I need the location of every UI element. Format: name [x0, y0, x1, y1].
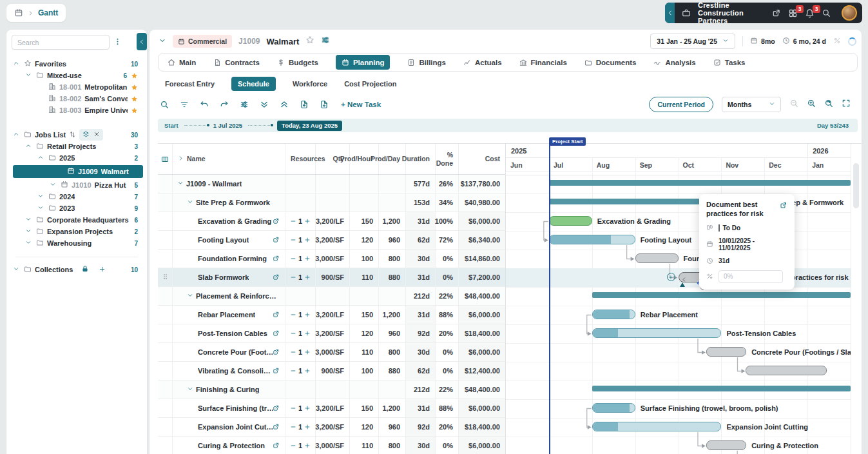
- chevron-up-icon[interactable]: [37, 154, 44, 161]
- tab-tasks[interactable]: Tasks: [713, 59, 746, 66]
- gantt-task-bar[interactable]: [592, 422, 722, 431]
- tree-item-2023[interactable]: 20239: [6, 202, 147, 214]
- table-row-finishing-curing[interactable]: Finishing & Curing212d22%$48,400.00: [158, 380, 506, 399]
- table-row-foundation-forming[interactable]: Foundation Forming13,000/SF10080030d0%$1…: [158, 250, 506, 268]
- decrement-resource-icon[interactable]: [290, 311, 296, 318]
- col-name[interactable]: Name: [187, 155, 206, 163]
- increment-resource-icon[interactable]: [304, 424, 311, 430]
- table-row-rebar-placement[interactable]: Rebar Placement13,200/LF1501,20031d88%$6…: [158, 306, 506, 324]
- scrollbar-thumb[interactable]: [853, 163, 859, 208]
- filter-icon[interactable]: [180, 100, 189, 109]
- new-task-button[interactable]: + New Task: [341, 101, 381, 108]
- increment-resource-icon[interactable]: [304, 237, 311, 243]
- chevron-down-icon[interactable]: [25, 216, 32, 222]
- fullscreen-icon[interactable]: [842, 99, 851, 108]
- open-task-icon[interactable]: [273, 311, 280, 318]
- apps-button[interactable]: 3: [788, 8, 798, 18]
- add-collection-icon[interactable]: [99, 266, 106, 273]
- collections-header[interactable]: Collections10: [6, 264, 147, 275]
- table-row-footing-layout[interactable]: Footing Layout13,200/SF12096062d72%$6,34…: [158, 231, 506, 250]
- chevron-down-icon[interactable]: [187, 292, 193, 299]
- decrement-resource-icon[interactable]: [290, 368, 296, 374]
- chevron-down-icon[interactable]: [13, 266, 19, 272]
- subtab-forecast-entry[interactable]: Forecast Entry: [165, 80, 215, 88]
- tree-item-corporate-headquarters[interactable]: Corporate Headquarters6: [6, 214, 147, 226]
- avatar[interactable]: [842, 5, 857, 21]
- gantt-summary-bar[interactable]: [592, 292, 851, 298]
- col-ph[interactable]: Prod/Hour: [340, 155, 373, 163]
- col-done[interactable]: % Done: [436, 151, 453, 166]
- table-row-excavation-grading[interactable]: Excavation & Grading13,200/LF1501,20031d…: [158, 212, 506, 231]
- open-task-icon[interactable]: [273, 255, 280, 262]
- gantt-task-bar[interactable]: [549, 216, 592, 226]
- percent-icon[interactable]: [833, 37, 841, 44]
- table-row-expansion-joint-cutting[interactable]: Expansion Joint Cutting13,200/SF12096092…: [158, 418, 506, 437]
- chevron-right-icon[interactable]: [178, 155, 184, 161]
- sidebar-search-input[interactable]: [12, 35, 110, 50]
- open-task-icon[interactable]: [273, 330, 280, 337]
- subtab-schedule[interactable]: Schedule: [231, 77, 276, 91]
- table-row-curing-protection[interactable]: Curing & Protection13,000/SF11080030d0%$…: [158, 437, 506, 454]
- tree-item-2024[interactable]: 20247: [6, 191, 147, 202]
- open-task-icon[interactable]: [273, 348, 280, 355]
- increment-resource-icon[interactable]: [304, 442, 311, 449]
- drag-handle-icon[interactable]: [163, 273, 169, 280]
- chevron-down-icon[interactable]: [37, 204, 44, 211]
- open-task-icon[interactable]: [273, 273, 280, 281]
- favorites-section-header[interactable]: Favorites10: [6, 58, 147, 70]
- chevron-down-icon[interactable]: [25, 239, 32, 246]
- tree-item-empire-university[interactable]: 18-003Empire University: [6, 104, 147, 116]
- chevron-down-icon[interactable]: [25, 72, 32, 78]
- collapse-all-icon[interactable]: [280, 100, 289, 109]
- undo-icon[interactable]: [200, 100, 209, 109]
- increment-resource-icon[interactable]: [304, 330, 311, 337]
- subtab-cost-projection[interactable]: Cost Projection: [344, 80, 396, 88]
- chevron-up-icon[interactable]: [13, 60, 19, 66]
- col-dur[interactable]: Duration: [402, 155, 430, 163]
- gantt-task-bar[interactable]: [592, 403, 635, 413]
- tab-actuals[interactable]: Actuals: [463, 59, 502, 66]
- timescale-select[interactable]: Months: [722, 97, 781, 112]
- search-icon[interactable]: [160, 100, 169, 109]
- current-period-button[interactable]: Current Period: [649, 97, 713, 112]
- subtab-workforce[interactable]: Workforce: [293, 80, 327, 88]
- increment-resource-icon[interactable]: [304, 255, 311, 262]
- tab-billings[interactable]: Billings: [407, 59, 446, 66]
- external-link-icon[interactable]: [772, 8, 781, 17]
- zoom-in-icon[interactable]: [807, 99, 816, 108]
- increment-resource-icon[interactable]: [304, 274, 311, 281]
- resize-left-icon[interactable]: [681, 277, 687, 282]
- favorite-star-icon[interactable]: [131, 95, 138, 103]
- table-row-slab-formwork[interactable]: Slab Formwork1900/SF11088031d0%$7,200.00: [158, 268, 506, 287]
- decrement-resource-icon[interactable]: [290, 255, 296, 262]
- gantt-task-bar[interactable]: [592, 328, 722, 338]
- sidebar-collapse-button[interactable]: [137, 33, 147, 50]
- gantt-task-bar[interactable]: [635, 253, 679, 263]
- project-settings-icon[interactable]: [321, 35, 330, 44]
- percent-done-input[interactable]: [719, 270, 783, 283]
- tree-item-walmart[interactable]: J1009Walmart: [13, 165, 143, 178]
- chevron-down-icon[interactable]: [187, 199, 193, 205]
- add-document-icon[interactable]: [320, 100, 329, 109]
- decrement-resource-icon[interactable]: [290, 274, 296, 281]
- increment-resource-icon[interactable]: [304, 405, 311, 411]
- chevron-down-icon[interactable]: [37, 193, 44, 199]
- table-row-surface-finishing-trowel-br[interactable]: Surface Finishing (trowel, br...13,200/L…: [158, 399, 506, 418]
- tab-planning[interactable]: Planning: [336, 55, 391, 70]
- open-task-icon[interactable]: [273, 442, 280, 449]
- project-collapse-icon[interactable]: [159, 37, 166, 44]
- decrement-resource-icon[interactable]: [290, 424, 296, 430]
- table-row-post-tension-cables[interactable]: Post-Tension Cables13,200/SF12096092d20%…: [158, 324, 506, 343]
- table-row-site-prep-formwork[interactable]: Site Prep & Formwork153d34%$40,980.00: [158, 193, 506, 212]
- favorite-star-icon[interactable]: [131, 72, 138, 79]
- tab-budgets[interactable]: Budgets: [277, 59, 318, 66]
- table-row-concrete-pour-footings-sl[interactable]: Concrete Pour (Footings / Sl...13,000/SF…: [158, 343, 506, 362]
- decrement-resource-icon[interactable]: [290, 349, 296, 355]
- tab-analysis[interactable]: Analysis: [653, 59, 695, 66]
- redo-icon[interactable]: [220, 100, 229, 109]
- tree-item-warehousing[interactable]: Warehousing7: [6, 237, 147, 249]
- open-task-icon[interactable]: [273, 367, 280, 374]
- tree-item-expansion-projects[interactable]: Expansion Projects2: [6, 226, 147, 237]
- tab-documents[interactable]: Documents: [584, 59, 637, 66]
- increment-resource-icon[interactable]: [304, 218, 311, 224]
